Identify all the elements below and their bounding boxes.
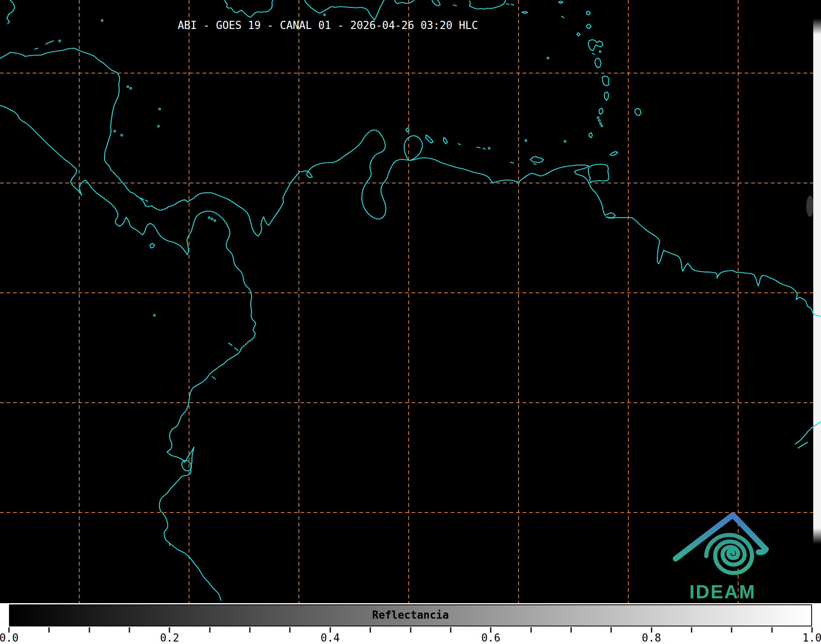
colorbar-tick-label: 0.2 <box>160 632 179 644</box>
coastline-coche <box>534 164 536 164</box>
colorbar-tick <box>370 627 371 633</box>
ideam-logo-text: IDEAM <box>689 581 756 603</box>
colorbar-label: Reflectancia <box>372 609 449 621</box>
colorbar-tick <box>89 627 90 633</box>
logo-hurricane-spiral <box>706 535 752 573</box>
colorbar-tick-label: 0.0 <box>0 632 18 644</box>
scan-edge-rect <box>813 18 821 544</box>
colorbar-tick <box>209 627 210 633</box>
satellite-image-viewport: ABI - GOES 19 - CANAL 01 - 2026-04-26 03… <box>0 0 821 644</box>
ideam-logo: IDEAM <box>665 506 780 602</box>
colorbar-tick <box>49 627 50 633</box>
colorbar-tick <box>129 627 130 633</box>
colorbar-tick <box>450 627 451 633</box>
dawn-cloud-patch <box>806 196 814 217</box>
colorbar-tick-label: 0.8 <box>642 632 661 644</box>
colorbar-tick <box>731 627 732 633</box>
colorbar-tick-label: 0.4 <box>320 632 340 644</box>
colorbar-tick <box>611 627 612 633</box>
colorbar-tick-label: 0.6 <box>481 632 501 644</box>
colorbar-tick <box>289 627 291 633</box>
coastline-peru-islet <box>169 543 170 546</box>
colorbar-tick <box>410 627 411 633</box>
colorbar-tick <box>771 627 772 633</box>
colorbar-tick-label: 1.0 <box>803 632 821 644</box>
colorbar-tick <box>530 627 532 633</box>
image-title: ABI - GOES 19 - CANAL 01 - 2026-04-26 03… <box>178 19 478 31</box>
colorbar-tick <box>691 627 692 633</box>
colorbar-footer: Reflectancia 0.00.20.40.60.81.0 <box>0 603 821 644</box>
colorbar-tick <box>249 627 251 633</box>
colorbar-tick <box>570 627 572 633</box>
colorbar: Reflectancia <box>9 604 812 626</box>
